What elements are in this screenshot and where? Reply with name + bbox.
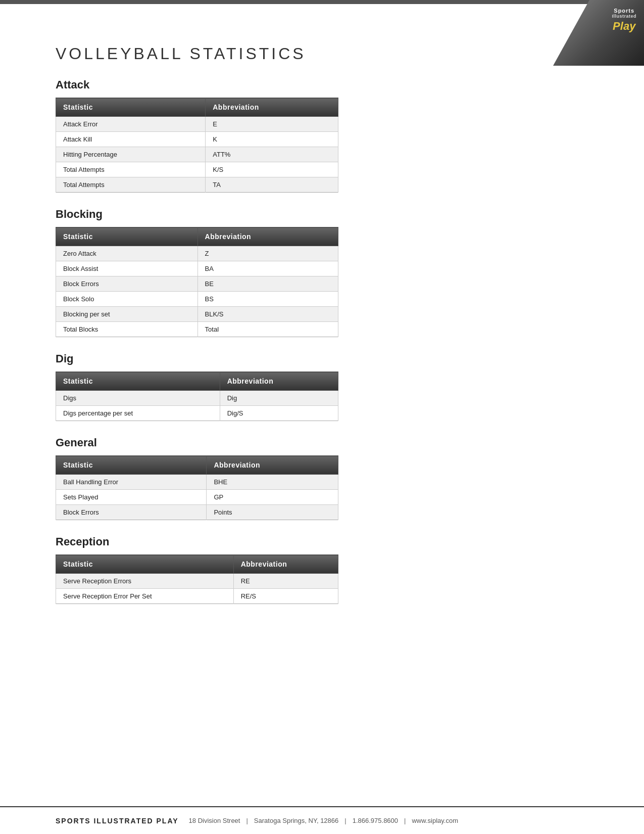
section-heading-dig: Dig <box>56 352 588 365</box>
logo-play-text: Play <box>612 20 636 33</box>
col-abbreviation-reception: Abbreviation <box>233 555 338 574</box>
stat-name-reception-1: Serve Reception Error Per Set <box>56 589 234 604</box>
stat-name-blocking-0: Zero Attack <box>56 246 198 261</box>
table-row: Attack ErrorE <box>56 117 338 132</box>
logo-container: Sports Illustrated Play <box>553 0 644 66</box>
page-title: VOLLEYBALL STATISTICS <box>56 44 588 63</box>
stat-abbr-reception-1: RE/S <box>233 589 338 604</box>
col-abbreviation-attack: Abbreviation <box>206 98 338 117</box>
table-row: Block ErrorsBE <box>56 276 338 292</box>
stat-abbr-dig-0: Dig <box>220 391 338 406</box>
stat-abbr-general-2: Points <box>207 505 338 520</box>
stat-abbr-blocking-5: Total <box>197 322 338 337</box>
section-heading-general: General <box>56 436 588 449</box>
stat-abbr-general-0: BHE <box>207 475 338 490</box>
stat-abbr-attack-0: E <box>206 117 338 132</box>
stat-name-attack-1: Attack Kill <box>56 132 206 147</box>
stat-name-blocking-4: Blocking per set <box>56 307 198 322</box>
stat-abbr-blocking-0: Z <box>197 246 338 261</box>
stat-name-blocking-1: Block Assist <box>56 261 198 276</box>
logo-sports-text: Sports <box>612 8 636 14</box>
table-row: Serve Reception Error Per SetRE/S <box>56 589 338 604</box>
col-abbreviation-dig: Abbreviation <box>220 372 338 391</box>
stat-name-blocking-2: Block Errors <box>56 276 198 292</box>
stat-name-dig-0: Digs <box>56 391 220 406</box>
stat-abbr-reception-0: RE <box>233 574 338 589</box>
footer-website: www.siplay.com <box>412 817 458 824</box>
stat-abbr-attack-3: K/S <box>206 162 338 177</box>
table-row: Hitting PercentageATT% <box>56 147 338 162</box>
footer-brand: SPORTS ILLUSTRATED PLAY <box>56 817 179 825</box>
stat-abbr-attack-2: ATT% <box>206 147 338 162</box>
table-row: Blocking per setBLK/S <box>56 307 338 322</box>
col-statistic-dig: Statistic <box>56 372 220 391</box>
section-heading-attack: Attack <box>56 78 588 91</box>
col-statistic-attack: Statistic <box>56 98 206 117</box>
footer-divider-3: | <box>404 817 406 824</box>
stat-abbr-blocking-3: BS <box>197 292 338 307</box>
sections-container: AttackStatisticAbbreviationAttack ErrorE… <box>56 78 588 604</box>
stat-abbr-general-1: GP <box>207 490 338 505</box>
section-heading-reception: Reception <box>56 535 588 548</box>
stats-table-attack: StatisticAbbreviationAttack ErrorEAttack… <box>56 98 338 193</box>
stat-name-general-0: Ball Handling Error <box>56 475 207 490</box>
stat-abbr-blocking-1: BA <box>197 261 338 276</box>
col-statistic-reception: Statistic <box>56 555 234 574</box>
stat-name-dig-1: Digs percentage per set <box>56 406 220 421</box>
stat-abbr-blocking-2: BE <box>197 276 338 292</box>
col-statistic-blocking: Statistic <box>56 227 198 246</box>
stats-table-general: StatisticAbbreviationBall Handling Error… <box>56 455 338 520</box>
table-row: Serve Reception ErrorsRE <box>56 574 338 589</box>
stats-table-blocking: StatisticAbbreviationZero AttackZBlock A… <box>56 227 338 337</box>
stat-abbr-dig-1: Dig/S <box>220 406 338 421</box>
col-abbreviation-general: Abbreviation <box>207 456 338 475</box>
stat-abbr-blocking-4: BLK/S <box>197 307 338 322</box>
stat-name-reception-0: Serve Reception Errors <box>56 574 234 589</box>
logo-text: Sports Illustrated Play <box>612 8 636 33</box>
col-abbreviation-blocking: Abbreviation <box>197 227 338 246</box>
stats-table-dig: StatisticAbbreviationDigsDigDigs percent… <box>56 372 338 421</box>
stat-name-attack-0: Attack Error <box>56 117 206 132</box>
top-bar <box>0 0 644 4</box>
table-row: Block AssistBA <box>56 261 338 276</box>
stat-name-attack-3: Total Attempts <box>56 162 206 177</box>
stat-name-general-2: Block Errors <box>56 505 207 520</box>
table-row: Digs percentage per setDig/S <box>56 406 338 421</box>
logo-illustrated-text: Illustrated <box>612 14 636 19</box>
footer-phone: 1.866.975.8600 <box>353 817 398 824</box>
footer: SPORTS ILLUSTRATED PLAY 18 Division Stre… <box>0 806 644 834</box>
table-row: Total AttemptsTA <box>56 177 338 193</box>
table-row: Attack KillK <box>56 132 338 147</box>
table-row: Block SoloBS <box>56 292 338 307</box>
stat-name-attack-2: Hitting Percentage <box>56 147 206 162</box>
table-row: Total BlocksTotal <box>56 322 338 337</box>
section-heading-blocking: Blocking <box>56 208 588 221</box>
table-row: Sets PlayedGP <box>56 490 338 505</box>
table-row: Total AttemptsK/S <box>56 162 338 177</box>
footer-divider-2: | <box>344 817 346 824</box>
stat-name-blocking-5: Total Blocks <box>56 322 198 337</box>
table-row: DigsDig <box>56 391 338 406</box>
main-content: VOLLEYBALL STATISTICS AttackStatisticAbb… <box>0 4 644 629</box>
table-row: Block ErrorsPoints <box>56 505 338 520</box>
footer-city: Saratoga Springs, NY, 12866 <box>254 817 338 824</box>
stat-name-blocking-3: Block Solo <box>56 292 198 307</box>
footer-address: 18 Division Street <box>189 817 240 824</box>
stat-abbr-attack-4: TA <box>206 177 338 193</box>
col-statistic-general: Statistic <box>56 456 207 475</box>
table-row: Ball Handling ErrorBHE <box>56 475 338 490</box>
stat-name-general-1: Sets Played <box>56 490 207 505</box>
stats-table-reception: StatisticAbbreviationServe Reception Err… <box>56 554 338 604</box>
table-row: Zero AttackZ <box>56 246 338 261</box>
stat-abbr-attack-1: K <box>206 132 338 147</box>
footer-divider-1: | <box>246 817 247 824</box>
stat-name-attack-4: Total Attempts <box>56 177 206 193</box>
